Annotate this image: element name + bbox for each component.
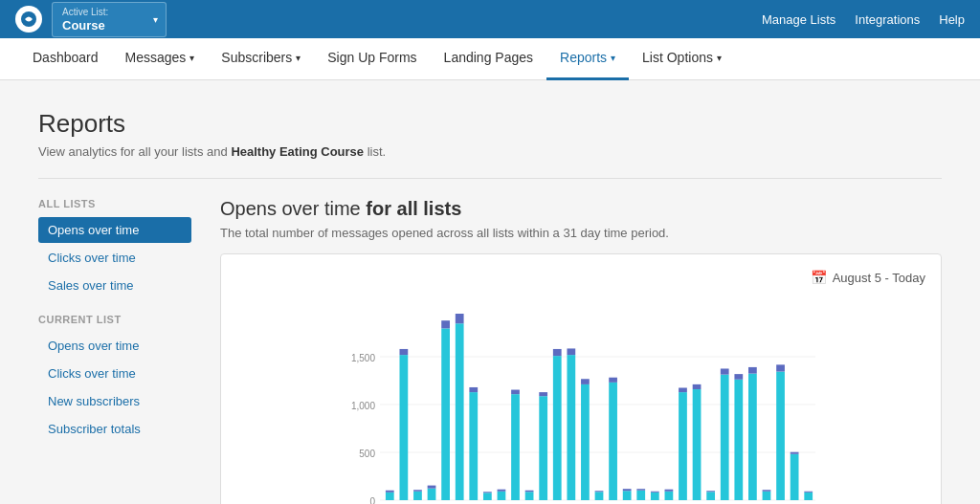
svg-rect-36 bbox=[511, 394, 520, 500]
svg-rect-100 bbox=[804, 492, 813, 493]
svg-rect-13 bbox=[399, 349, 408, 355]
svg-rect-16 bbox=[413, 490, 422, 492]
svg-rect-22 bbox=[441, 320, 450, 328]
sidebar: ALL LISTS Opens over time Clicks over ti… bbox=[38, 198, 191, 504]
page-subtitle: View analytics for all your lists and He… bbox=[38, 144, 942, 159]
date-range[interactable]: 📅 August 5 - Today bbox=[811, 270, 925, 285]
svg-rect-91 bbox=[763, 490, 771, 492]
highlighted-list-name: Healthy Eating Course bbox=[231, 144, 364, 159]
svg-rect-57 bbox=[609, 383, 617, 500]
sidebar-item-all-clicks[interactable]: Clicks over time bbox=[38, 245, 191, 271]
active-list-name: Course bbox=[62, 18, 139, 33]
active-list-label: Active List: bbox=[62, 7, 139, 17]
svg-rect-61 bbox=[623, 489, 632, 491]
svg-rect-10 bbox=[386, 491, 394, 493]
bar-chart-svg: 0 500 1,000 1,500 5678910111213141516171… bbox=[236, 295, 925, 504]
svg-rect-48 bbox=[567, 355, 575, 500]
svg-text:1,500: 1,500 bbox=[351, 353, 375, 363]
section-description: The total number of messages opened acro… bbox=[220, 226, 942, 240]
active-list-selector[interactable]: Active List: Course ▾ bbox=[52, 2, 167, 37]
svg-rect-9 bbox=[386, 493, 394, 500]
chevron-down-icon: ▾ bbox=[153, 14, 158, 25]
top-bar-right: Manage Lists Integrations Help bbox=[762, 12, 965, 27]
svg-rect-37 bbox=[511, 390, 520, 395]
svg-rect-81 bbox=[721, 375, 729, 500]
sidebar-item-new-subscribers[interactable]: New subscribers bbox=[38, 388, 191, 414]
help-link[interactable]: Help bbox=[939, 12, 965, 27]
svg-rect-27 bbox=[469, 392, 478, 500]
svg-rect-24 bbox=[456, 323, 464, 500]
svg-rect-54 bbox=[595, 492, 604, 500]
nav-dashboard[interactable]: Dashboard bbox=[19, 38, 112, 80]
svg-rect-19 bbox=[428, 486, 436, 489]
current-list-section-title: CURRENT LIST bbox=[38, 314, 191, 325]
svg-rect-99 bbox=[804, 493, 813, 500]
svg-rect-52 bbox=[581, 379, 590, 384]
sidebar-item-subscriber-totals[interactable]: Subscriber totals bbox=[38, 416, 191, 442]
logo-icon bbox=[15, 6, 42, 33]
top-bar-left: Active List: Course ▾ bbox=[15, 2, 167, 37]
svg-rect-28 bbox=[469, 387, 478, 392]
svg-rect-64 bbox=[636, 489, 645, 491]
svg-rect-60 bbox=[623, 491, 632, 500]
sidebar-item-all-opens[interactable]: Opens over time bbox=[38, 217, 191, 243]
svg-rect-67 bbox=[651, 492, 659, 493]
nav-landing-pages[interactable]: Landing Pages bbox=[431, 38, 546, 80]
svg-rect-79 bbox=[706, 491, 715, 492]
sidebar-item-current-clicks[interactable]: Clicks over time bbox=[38, 361, 191, 386]
manage-lists-link[interactable]: Manage Lists bbox=[762, 12, 835, 27]
nav-signup-forms[interactable]: Sign Up Forms bbox=[314, 38, 430, 80]
svg-rect-82 bbox=[721, 368, 729, 374]
svg-rect-90 bbox=[763, 492, 771, 500]
nav-messages[interactable]: Messages ▾ bbox=[112, 38, 209, 80]
svg-rect-40 bbox=[525, 491, 534, 493]
svg-rect-63 bbox=[636, 491, 645, 500]
svg-rect-46 bbox=[553, 349, 562, 356]
nav-reports[interactable]: Reports ▾ bbox=[546, 38, 629, 80]
svg-rect-55 bbox=[595, 491, 604, 492]
chart-header: 📅 August 5 - Today bbox=[236, 270, 925, 285]
nav-subscribers[interactable]: Subscribers ▾ bbox=[208, 38, 314, 80]
svg-rect-31 bbox=[483, 492, 492, 493]
nav-list-options[interactable]: List Options ▾ bbox=[629, 38, 735, 80]
svg-rect-12 bbox=[399, 355, 408, 500]
date-range-text: August 5 - Today bbox=[833, 271, 925, 285]
section-title-row: Opens over time for all lists bbox=[220, 198, 942, 220]
chevron-down-icon: ▾ bbox=[296, 53, 301, 63]
svg-rect-58 bbox=[609, 378, 617, 383]
calendar-icon: 📅 bbox=[811, 270, 827, 285]
svg-rect-76 bbox=[693, 384, 702, 389]
svg-rect-15 bbox=[413, 492, 422, 500]
page-title: Reports bbox=[38, 109, 942, 139]
svg-text:0: 0 bbox=[369, 496, 375, 504]
svg-rect-87 bbox=[748, 374, 757, 500]
chart-area: 0 500 1,000 1,500 5678910111213141516171… bbox=[236, 295, 925, 504]
divider bbox=[38, 178, 942, 179]
svg-rect-43 bbox=[539, 392, 547, 396]
section-title: Opens over time for all lists bbox=[220, 198, 461, 219]
svg-rect-78 bbox=[706, 492, 715, 500]
sidebar-item-all-sales[interactable]: Sales over time bbox=[38, 273, 191, 298]
svg-rect-49 bbox=[567, 348, 575, 355]
integrations-link[interactable]: Integrations bbox=[855, 12, 920, 27]
svg-rect-94 bbox=[776, 364, 785, 371]
main-area: Opens over time for all lists The total … bbox=[220, 198, 942, 504]
chevron-down-icon: ▾ bbox=[611, 53, 615, 63]
svg-rect-96 bbox=[791, 454, 799, 500]
svg-text:500: 500 bbox=[359, 449, 375, 459]
svg-rect-34 bbox=[498, 490, 506, 492]
chart-container: 📅 August 5 - Today 0 500 1,000 1,500 bbox=[220, 253, 942, 504]
svg-rect-97 bbox=[791, 452, 799, 454]
svg-text:1,000: 1,000 bbox=[351, 401, 375, 411]
svg-rect-21 bbox=[441, 328, 450, 500]
svg-rect-69 bbox=[665, 492, 674, 500]
chevron-down-icon: ▾ bbox=[717, 53, 722, 63]
svg-rect-42 bbox=[539, 396, 547, 500]
sidebar-item-current-opens[interactable]: Opens over time bbox=[38, 333, 191, 359]
svg-rect-75 bbox=[693, 389, 702, 500]
svg-rect-93 bbox=[776, 372, 785, 500]
svg-rect-73 bbox=[679, 387, 687, 392]
chevron-down-icon: ▾ bbox=[189, 53, 194, 63]
svg-rect-84 bbox=[734, 380, 743, 500]
svg-rect-66 bbox=[651, 493, 659, 500]
